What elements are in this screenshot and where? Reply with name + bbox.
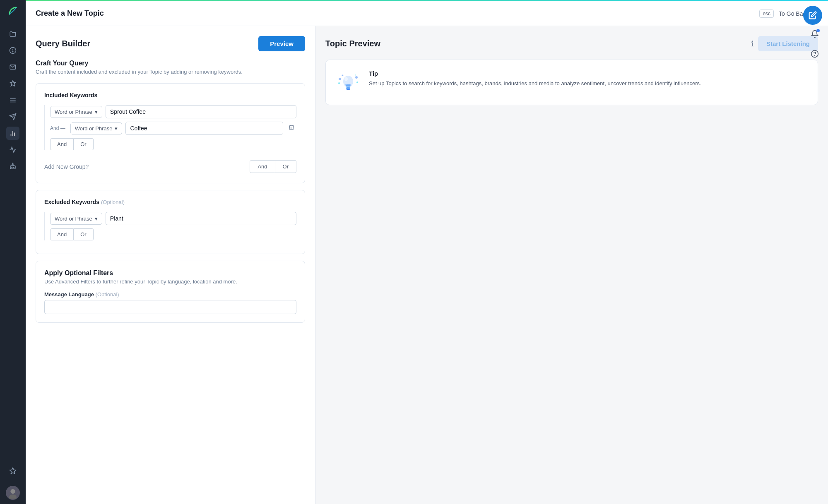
craft-title: Craft Your Query [36, 60, 305, 67]
query-builder-panel: Query Builder Preview Craft Your Query C… [26, 26, 315, 504]
svg-rect-28 [346, 87, 350, 89]
optional-filters-section: Apply Optional Filters Use Advanced Filt… [36, 261, 305, 323]
sidebar-item-robot[interactable] [6, 160, 19, 173]
svg-point-22 [338, 82, 340, 84]
excluded-keyword-input[interactable] [106, 212, 296, 225]
add-group-text: Add New Group? [44, 163, 89, 170]
topic-preview-header: Topic Preview ℹ Start Listening [325, 36, 818, 51]
topic-preview-title: Topic Preview [325, 39, 380, 48]
svg-point-21 [339, 78, 341, 80]
keyword-input-1[interactable] [106, 105, 296, 118]
topic-preview-actions: ℹ Start Listening [751, 36, 818, 51]
tip-icon-area: + + [336, 70, 361, 95]
included-keyword-row-1: Word or Phrase ▾ [50, 105, 296, 118]
message-language-row: Message Language (Optional) [44, 291, 296, 314]
sidebar-logo[interactable] [6, 4, 19, 19]
keyword-input-2[interactable] [125, 122, 283, 135]
sidebar-item-send[interactable] [6, 110, 19, 123]
excluded-keyword-row-1: Word or Phrase ▾ [50, 212, 296, 225]
excluded-keyword-group: Word or Phrase ▾ And Or [44, 212, 296, 240]
sidebar-item-alert[interactable] [6, 44, 19, 57]
sidebar [0, 0, 26, 504]
sidebar-item-list[interactable] [6, 94, 19, 107]
sidebar-item-analytics[interactable] [6, 127, 19, 140]
svg-rect-13 [12, 165, 14, 166]
add-group-and-btn[interactable]: And [250, 160, 275, 173]
notif-area [809, 28, 821, 60]
svg-point-14 [12, 167, 12, 168]
message-language-label: Message Language (Optional) [44, 291, 296, 298]
svg-point-30 [344, 77, 348, 81]
svg-point-34 [815, 55, 815, 56]
chevron-down-icon-3: ▾ [95, 216, 98, 222]
svg-point-19 [10, 489, 15, 494]
tip-title: Tip [369, 70, 701, 77]
sidebar-item-star[interactable] [6, 464, 19, 478]
svg-point-15 [14, 167, 14, 168]
svg-rect-12 [10, 166, 15, 169]
chevron-down-icon-2: ▾ [115, 125, 118, 132]
notification-icon[interactable] [809, 28, 821, 40]
svg-point-17 [12, 163, 13, 164]
query-builder-header: Query Builder Preview [36, 36, 305, 51]
page-title: Create a New Topic [36, 9, 104, 18]
excluded-and-or-buttons: And Or [50, 228, 296, 240]
svg-rect-29 [347, 89, 350, 90]
excluded-optional-label: (Optional) [101, 199, 125, 205]
sidebar-item-inbox[interactable] [6, 60, 19, 74]
tip-card: + + Tip S [325, 60, 818, 105]
query-builder-title: Query Builder [36, 39, 90, 48]
keyword-type-select-1[interactable]: Word or Phrase ▾ [50, 106, 102, 118]
filters-title: Apply Optional Filters [44, 269, 296, 277]
svg-text:+: + [354, 73, 356, 77]
top-right-edit-button[interactable] [803, 6, 822, 25]
excluded-keyword-type-select[interactable]: Word or Phrase ▾ [50, 213, 102, 225]
content-area: Query Builder Preview Craft Your Query C… [26, 26, 828, 504]
sidebar-item-chart[interactable] [6, 143, 19, 156]
keyword-type-select-2[interactable]: Word or Phrase ▾ [70, 122, 123, 134]
chevron-down-icon: ▾ [95, 109, 98, 115]
excluded-and-btn[interactable]: And [50, 228, 74, 240]
svg-text:+: + [342, 74, 344, 77]
info-icon[interactable]: ℹ [751, 39, 754, 48]
svg-point-2 [12, 51, 13, 52]
message-language-input[interactable] [44, 300, 296, 314]
add-group-and-or: And Or [250, 160, 296, 173]
notification-dot [816, 29, 820, 32]
main-area: Create a New Topic esc To Go Back × Quer… [26, 0, 828, 504]
craft-desc: Craft the content included and excluded … [36, 69, 305, 75]
included-keywords-card: Included Keywords Word or Phrase ▾ An [36, 83, 305, 183]
user-avatar[interactable] [6, 486, 20, 500]
excluded-keywords-title: Excluded Keywords (Optional) [44, 199, 296, 205]
svg-point-24 [356, 82, 358, 83]
included-keywords-title: Included Keywords [44, 92, 296, 98]
help-icon[interactable] [809, 48, 821, 60]
delete-keyword-button[interactable] [286, 122, 296, 134]
and-label: And — [50, 125, 65, 131]
add-group-or-btn[interactable]: Or [275, 160, 296, 173]
tip-desc: Set up Topics to search for keywords, ha… [369, 79, 701, 88]
esc-badge: esc [759, 10, 774, 18]
sidebar-item-pin[interactable] [6, 77, 19, 90]
included-keyword-row-2: And — Word or Phrase ▾ [50, 122, 296, 135]
svg-point-20 [9, 494, 17, 499]
excluded-keywords-card: Excluded Keywords (Optional) Word or Phr… [36, 190, 305, 254]
page-header: Create a New Topic esc To Go Back × [26, 1, 828, 26]
preview-button[interactable]: Preview [258, 36, 305, 51]
add-group-row: Add New Group? And Or [44, 155, 296, 175]
svg-marker-18 [10, 468, 16, 474]
and-or-buttons: And Or [50, 138, 296, 150]
topic-preview-panel: Topic Preview ℹ Start Listening [315, 26, 828, 504]
tip-text-area: Tip Set up Topics to search for keywords… [369, 70, 701, 88]
and-button-1[interactable]: And [50, 138, 74, 150]
filters-desc: Use Advanced Filters to further refine y… [44, 278, 296, 285]
excluded-or-btn[interactable]: Or [74, 228, 93, 240]
craft-section: Craft Your Query Craft the content inclu… [36, 60, 305, 75]
sidebar-item-folder[interactable] [6, 27, 19, 41]
or-button-1[interactable]: Or [74, 138, 93, 150]
included-keyword-group: Word or Phrase ▾ And — Word or Phrase ▾ [44, 105, 296, 150]
language-optional: (Optional) [96, 291, 119, 298]
